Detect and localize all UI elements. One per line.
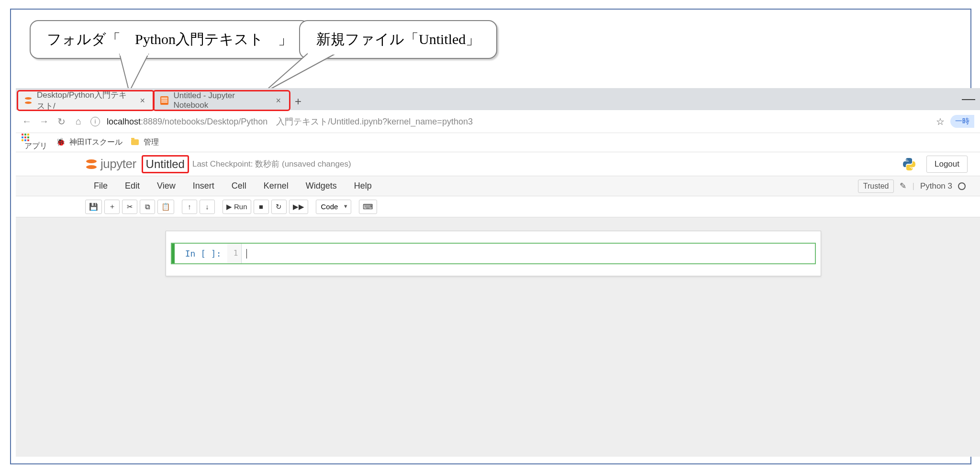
nav-back-icon[interactable]: ←	[22, 116, 32, 127]
stop-icon: ■	[259, 203, 263, 211]
jupyter-header: jupyter Untitled Last Checkpoint: 数秒前 (u…	[16, 152, 980, 176]
text-cursor	[246, 249, 247, 259]
scissors-icon: ✂	[127, 203, 133, 211]
tab-1-title: Desktop/Python入門テキスト/	[37, 90, 133, 112]
bookmark-item-1[interactable]: 🐞 神田ITスクール	[56, 137, 122, 147]
nav-reload-icon[interactable]: ↻	[56, 116, 67, 127]
bookmark-1-icon: 🐞	[56, 138, 66, 146]
menu-file[interactable]: File	[85, 181, 116, 191]
bookmarks-bar: アプリ 🐞 神田ITスクール 管理	[16, 133, 980, 152]
jupyter-toolbar: 💾 ＋ ✂ ⧉ 📋 ↑ ↓ ▶Run ■ ↻ ▶▶ Code ⌨	[16, 196, 980, 217]
bookmark-2-label: 管理	[144, 138, 159, 146]
jupyter-logo[interactable]: jupyter	[85, 157, 136, 171]
restart-run-button[interactable]: ▶▶	[289, 200, 308, 214]
url-display[interactable]: localhost:8889/notebooks/Desktop/Python …	[107, 116, 473, 127]
apps-grid-icon	[22, 134, 47, 141]
svg-rect-4	[308, 49, 338, 55]
apps-shortcut[interactable]: アプリ	[22, 134, 47, 151]
url-path: :8889/notebooks/Desktop/Python 入門テキスト/Un…	[141, 117, 473, 126]
trusted-badge[interactable]: Trusted	[858, 180, 894, 193]
tab-2-title: Untitled - Jupyter Notebook	[173, 91, 269, 110]
menu-view[interactable]: View	[148, 181, 184, 191]
save-button[interactable]: 💾	[85, 200, 102, 214]
jupyter-favicon-icon	[24, 96, 32, 105]
cell-prompt: In [ ]:	[175, 244, 227, 263]
copy-icon: ⧉	[145, 203, 150, 211]
menu-kernel[interactable]: Kernel	[255, 181, 297, 191]
restart-icon: ↻	[276, 203, 282, 211]
site-info-icon[interactable]: i	[90, 117, 100, 126]
keyboard-icon: ⌨	[363, 203, 373, 211]
stop-button[interactable]: ■	[254, 200, 269, 214]
tab-2-close-icon[interactable]: ×	[274, 96, 283, 106]
tab-1-close-icon[interactable]: ×	[138, 96, 147, 106]
move-up-button[interactable]: ↑	[182, 200, 197, 214]
paste-icon: 📋	[161, 203, 170, 211]
bookmark-1-label: 神田ITスクール	[69, 138, 122, 146]
move-down-button[interactable]: ↓	[200, 200, 215, 214]
folder-icon	[131, 139, 139, 145]
svg-rect-2	[120, 52, 148, 56]
jupyter-menubar: File Edit View Insert Cell Kernel Widget…	[16, 176, 980, 196]
fast-forward-icon: ▶▶	[293, 203, 304, 211]
bookmark-star-icon[interactable]: ☆	[936, 116, 945, 127]
apps-label: アプリ	[24, 142, 47, 150]
copy-button[interactable]: ⧉	[140, 200, 155, 214]
browser-tab-2[interactable]: Untitled - Jupyter Notebook ×	[154, 91, 290, 110]
play-icon: ▶	[226, 203, 232, 211]
cell-code-input[interactable]	[242, 244, 815, 263]
edit-icon[interactable]: ✎	[900, 181, 906, 191]
nav-forward-icon[interactable]: →	[39, 116, 49, 127]
callout-folder-text: フォルダ「 Python入門テキスト 」	[47, 31, 292, 47]
new-tab-button[interactable]: +	[290, 93, 307, 110]
notebook-title-text: Untitled	[146, 158, 185, 170]
menu-widgets[interactable]: Widgets	[297, 181, 345, 191]
jupyter-logo-icon	[85, 158, 98, 170]
bookmark-item-2[interactable]: 管理	[131, 137, 159, 147]
svg-marker-0	[120, 54, 148, 92]
address-bar: ← → ↻ ⌂ i localhost:8889/notebooks/Deskt…	[16, 110, 980, 133]
command-palette-button[interactable]: ⌨	[359, 200, 377, 214]
logout-button[interactable]: Logout	[926, 156, 968, 173]
cut-button[interactable]: ✂	[122, 200, 137, 214]
addr-right-pill[interactable]: 一時	[950, 115, 974, 128]
menu-cell[interactable]: Cell	[223, 181, 255, 191]
url-host: localhost	[107, 117, 141, 126]
run-label: Run	[234, 203, 247, 211]
save-icon: 💾	[89, 203, 98, 211]
notebook-favicon-icon	[160, 96, 168, 105]
nav-home-icon[interactable]: ⌂	[73, 116, 84, 127]
plus-icon: ＋	[109, 202, 116, 211]
svg-marker-3	[263, 53, 337, 93]
python-logo-icon	[902, 157, 917, 172]
cell-gutter: 1	[227, 244, 242, 263]
notebook-area: In [ ]: 1	[16, 217, 980, 457]
arrow-down-icon: ↓	[205, 203, 209, 211]
paste-button[interactable]: 📋	[157, 200, 174, 214]
browser-tabbar: Desktop/Python入門テキスト/ × Untitled - Jupyt…	[16, 88, 980, 110]
arrow-up-icon: ↑	[188, 203, 191, 211]
browser-window: Desktop/Python入門テキスト/ × Untitled - Jupyt…	[16, 88, 980, 473]
run-button[interactable]: ▶Run	[223, 200, 251, 214]
menu-edit[interactable]: Edit	[116, 181, 148, 191]
browser-tab-1[interactable]: Desktop/Python入門テキスト/ ×	[18, 91, 154, 110]
add-cell-button[interactable]: ＋	[104, 200, 120, 214]
kernel-name[interactable]: Python 3	[920, 181, 952, 191]
kernel-status-icon	[958, 182, 966, 190]
notebook-title[interactable]: Untitled	[143, 157, 188, 172]
celltype-select-wrap: Code	[316, 200, 351, 214]
menu-insert[interactable]: Insert	[184, 181, 223, 191]
code-cell[interactable]: In [ ]: 1	[171, 243, 816, 264]
window-minimize-icon[interactable]: —	[962, 91, 975, 106]
callout-newfile-text: 新規ファイル「Untitled」	[316, 31, 480, 47]
celltype-select[interactable]: Code	[316, 200, 351, 214]
menu-help[interactable]: Help	[345, 181, 380, 191]
restart-button[interactable]: ↻	[271, 200, 287, 214]
checkpoint-text: Last Checkpoint: 数秒前 (unsaved changes)	[192, 158, 351, 169]
notebook-page: In [ ]: 1	[166, 231, 821, 276]
divider: |	[912, 181, 914, 191]
jupyter-logo-text: jupyter	[100, 157, 136, 171]
